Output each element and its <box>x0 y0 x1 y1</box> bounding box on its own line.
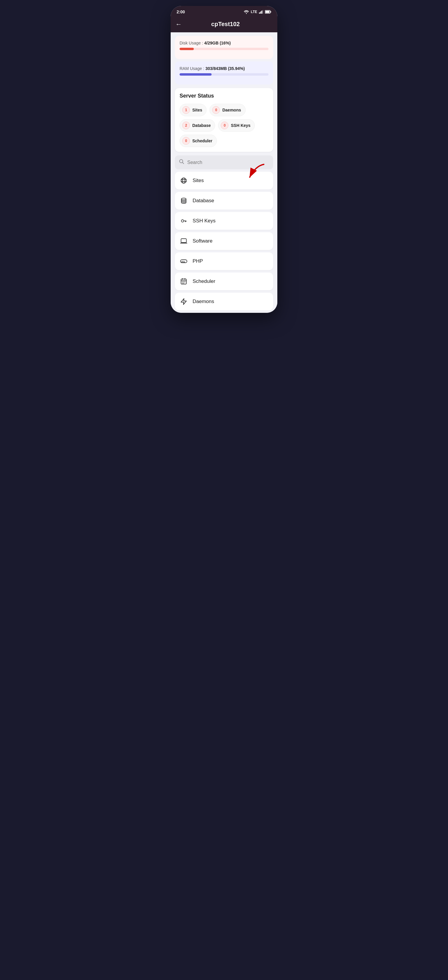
badge-daemons[interactable]: 0 Daemons <box>210 104 245 116</box>
svg-rect-20 <box>181 239 186 243</box>
back-button[interactable]: ← <box>175 21 182 27</box>
menu-items-list: Sites Database <box>171 172 277 310</box>
menu-item-label-scheduler: Scheduler <box>192 278 215 284</box>
badge-label: SSH Keys <box>231 123 250 128</box>
menu-item-software[interactable]: Software <box>175 232 273 250</box>
menu-item-scheduler[interactable]: Scheduler <box>175 272 273 290</box>
search-input[interactable] <box>187 160 269 165</box>
menu-item-label-daemons: Daemons <box>192 299 214 304</box>
svg-text:php: php <box>181 261 185 263</box>
ram-usage-card: RAM Usage : 303/843MB (35.94%) <box>175 61 273 84</box>
menu-item-label-ssh-keys: SSH Keys <box>192 218 215 224</box>
server-status-card: Server Status 1 Sites 0 Daemons 2 Databa… <box>175 88 273 152</box>
badge-label: Daemons <box>222 108 241 112</box>
svg-point-0 <box>246 13 247 14</box>
badge-sites[interactable]: 1 Sites <box>180 104 207 116</box>
menu-item-label-sites: Sites <box>192 178 204 183</box>
ram-progress-track <box>180 73 268 76</box>
database-icon <box>180 197 188 204</box>
svg-rect-3 <box>261 11 262 14</box>
svg-point-16 <box>181 220 184 222</box>
ram-usage-section: RAM Usage : 303/843MB (35.94%) <box>180 66 268 76</box>
page-title: cpTest102 <box>186 21 273 27</box>
badge-label: Database <box>192 123 211 128</box>
menu-item-label-database: Database <box>192 198 214 204</box>
search-icon <box>179 159 184 166</box>
svg-rect-4 <box>262 10 263 14</box>
status-badges-container: 1 Sites 0 Daemons 2 Database 0 SSH Keys … <box>180 104 268 147</box>
disk-usage-card: Disk Usage : 4/29GB (16%) <box>175 36 273 59</box>
menu-item-ssh-keys[interactable]: SSH Keys <box>175 212 273 230</box>
server-status-title: Server Status <box>180 93 268 99</box>
svg-point-10 <box>181 178 186 183</box>
status-time: 2:00 <box>176 10 185 14</box>
disk-usage-label: Disk Usage : 4/29GB (16%) <box>180 41 268 45</box>
svg-line-9 <box>183 162 184 164</box>
disk-progress-fill <box>180 48 194 50</box>
battery-icon <box>265 10 272 14</box>
menu-item-sites[interactable]: Sites <box>175 172 273 189</box>
search-bar[interactable] <box>175 155 273 169</box>
lte-label: LTE <box>251 10 257 14</box>
laptop-icon <box>180 237 188 245</box>
badge-label: Sites <box>192 108 202 112</box>
menu-item-label-software: Software <box>192 238 213 244</box>
signal-icon <box>259 10 263 14</box>
badge-ssh-keys[interactable]: 0 SSH Keys <box>218 119 255 132</box>
badge-count: 0 <box>182 137 190 145</box>
badge-database[interactable]: 2 Database <box>180 119 215 132</box>
disk-usage-section: Disk Usage : 4/29GB (16%) <box>180 41 268 50</box>
content-area: Disk Usage : 4/29GB (16%) RAM Usage : 30… <box>171 32 277 313</box>
badge-label: Scheduler <box>192 138 213 143</box>
status-icons: LTE <box>244 10 272 14</box>
bolt-icon <box>180 298 188 305</box>
disk-progress-track <box>180 48 268 50</box>
badge-count: 0 <box>221 122 229 129</box>
badge-scheduler[interactable]: 0 Scheduler <box>180 135 217 147</box>
calendar-icon <box>180 278 188 285</box>
app-header: ← cpTest102 <box>171 17 277 32</box>
svg-rect-1 <box>259 13 260 14</box>
svg-rect-6 <box>270 11 272 13</box>
wifi-icon <box>244 10 249 14</box>
ram-progress-fill <box>180 73 211 76</box>
menu-item-database[interactable]: Database <box>175 192 273 210</box>
globe-icon <box>180 177 188 184</box>
status-bar: 2:00 LTE <box>171 6 277 17</box>
svg-rect-2 <box>260 11 261 14</box>
badge-count: 0 <box>212 106 220 114</box>
svg-rect-7 <box>265 11 270 13</box>
badge-count: 1 <box>182 106 190 114</box>
menu-item-php[interactable]: php PHP <box>175 252 273 270</box>
menu-item-label-php: PHP <box>192 258 203 264</box>
svg-point-11 <box>183 178 185 183</box>
menu-item-daemons[interactable]: Daemons <box>175 293 273 310</box>
svg-point-15 <box>181 198 186 200</box>
badge-count: 2 <box>182 122 190 129</box>
ram-usage-label: RAM Usage : 303/843MB (35.94%) <box>180 66 268 71</box>
php-icon: php <box>180 258 188 265</box>
key-icon <box>180 217 188 224</box>
